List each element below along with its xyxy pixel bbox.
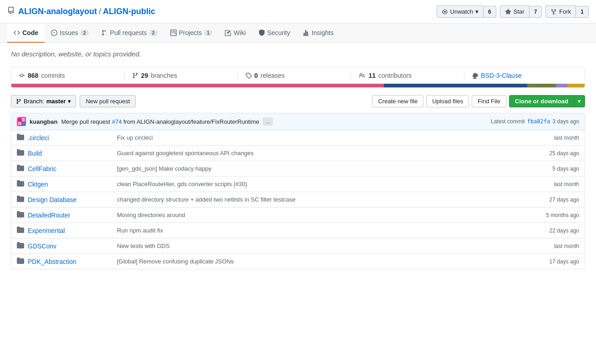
- contributors-label: contributors: [378, 72, 412, 79]
- lang-cpp: [384, 84, 527, 87]
- folder-icon: [17, 180, 24, 188]
- commits-stat[interactable]: 868 commits: [19, 72, 124, 79]
- pr-badge: 2: [149, 30, 158, 36]
- fork-button[interactable]: Fork: [545, 5, 576, 18]
- file-name[interactable]: CellFabric: [28, 165, 110, 172]
- pr-icon: [102, 30, 108, 36]
- file-name[interactable]: Experimental: [28, 227, 110, 234]
- security-icon: [259, 30, 265, 36]
- tab-code-label: Code: [22, 29, 38, 36]
- file-message: New tests with GDS: [110, 243, 534, 249]
- repo-link[interactable]: ALIGN-public: [103, 7, 155, 16]
- branch-icon: [132, 72, 138, 79]
- branch-selector[interactable]: Branch: master ▾: [11, 95, 76, 107]
- commit-author[interactable]: kuangban: [30, 118, 57, 125]
- file-message: clean PlaceRouteHier, gds converter scri…: [110, 181, 534, 187]
- lang-python: [11, 84, 384, 87]
- file-list: .circleci Fix up circleci last month Bui…: [11, 130, 585, 269]
- file-name[interactable]: Build: [28, 150, 110, 157]
- repo-title: ALIGN-analoglayout / ALIGN-public: [7, 7, 155, 16]
- eye-icon: [442, 9, 448, 15]
- org-link[interactable]: ALIGN-analoglayout: [18, 7, 97, 16]
- folder-icon: [17, 226, 24, 235]
- tab-code[interactable]: Code: [7, 24, 45, 43]
- tab-issues[interactable]: Issues 2: [45, 24, 95, 43]
- unwatch-button[interactable]: Unwatch ▾: [437, 5, 484, 18]
- releases-label: releases: [260, 72, 285, 79]
- contributors-stat[interactable]: 11 contributors: [351, 72, 464, 79]
- repo-actions: Unwatch ▾ 6 Star 7 Fork 1: [437, 5, 589, 18]
- new-pull-request-button[interactable]: New pull request: [80, 95, 136, 107]
- star-count[interactable]: 7: [529, 6, 542, 18]
- tab-projects[interactable]: Projects 1: [164, 24, 219, 43]
- commits-icon: [19, 72, 25, 79]
- table-row: GDSConv New tests with GDS last month: [11, 238, 585, 254]
- tab-insights-label: Insights: [311, 29, 333, 36]
- star-button[interactable]: Star: [500, 5, 529, 18]
- fork-count[interactable]: 1: [576, 6, 589, 18]
- table-row: Build Guard against googletest spontaneo…: [11, 146, 585, 161]
- file-name[interactable]: GDSConv: [28, 243, 110, 250]
- star-group: Star 7: [500, 5, 542, 18]
- clone-button[interactable]: Clone or download: [509, 95, 574, 107]
- file-name[interactable]: DetailedRouter: [28, 212, 110, 219]
- commit-pr-link[interactable]: #74: [112, 118, 122, 125]
- projects-badge: 1: [204, 30, 212, 36]
- toolbar: Branch: master ▾ New pull request Create…: [11, 95, 585, 107]
- file-time: last month: [534, 181, 579, 187]
- table-row: CellFabric [gen_gds_json] Make codacy ha…: [11, 161, 585, 177]
- file-name[interactable]: Design Database: [28, 196, 110, 203]
- latest-commit-label: Latest commit: [491, 118, 525, 125]
- nav-tabs: Code Issues 2 Pull requests 2 Projects 1…: [0, 24, 596, 43]
- file-name[interactable]: PDK_Abstraction: [28, 258, 110, 265]
- file-message: Run npm audit fix: [110, 227, 534, 234]
- releases-stat[interactable]: 0 releases: [238, 72, 351, 79]
- find-file-button[interactable]: Find File: [472, 95, 506, 107]
- lang-other: [527, 84, 556, 87]
- projects-icon: [170, 30, 177, 36]
- commit-more-button[interactable]: ...: [263, 117, 273, 126]
- tab-pull-requests[interactable]: Pull requests 2: [95, 24, 164, 43]
- commit-meta: Latest commit fba82fa 3 days ago: [491, 118, 579, 125]
- file-time: last month: [534, 243, 579, 249]
- unwatch-count[interactable]: 6: [483, 6, 496, 18]
- table-row: .circleci Fix up circleci last month: [11, 130, 585, 146]
- tab-security[interactable]: Security: [252, 24, 297, 43]
- branches-stat[interactable]: 29 branches: [124, 72, 238, 79]
- contributors-count: 11: [368, 72, 376, 79]
- license-stat[interactable]: BSD-3-Clause: [464, 72, 577, 79]
- tab-security-label: Security: [267, 29, 290, 36]
- tab-wiki[interactable]: Wiki: [219, 24, 252, 43]
- fork-label: Fork: [559, 8, 571, 15]
- tab-insights[interactable]: Insights: [296, 24, 340, 43]
- file-name[interactable]: Cktgen: [28, 181, 110, 188]
- file-message: Moving directories around: [110, 212, 534, 218]
- commit-row: kuangban Merge pull request #74 from ALI…: [11, 113, 585, 130]
- branch-label: Branch:: [24, 98, 44, 105]
- folder-icon: [17, 211, 24, 219]
- file-time: 27 days ago: [534, 197, 579, 203]
- clone-group: Clone or download ▾: [509, 95, 585, 107]
- issues-badge: 2: [80, 30, 88, 36]
- stats-container: 868 commits 29 branches 0 releases 11 co…: [11, 67, 585, 88]
- toolbar-left: Branch: master ▾ New pull request: [11, 95, 136, 107]
- upload-files-button[interactable]: Upload files: [426, 95, 469, 107]
- branch-name: master: [46, 98, 66, 105]
- clone-caret-button[interactable]: ▾: [574, 95, 585, 107]
- folder-icon: [17, 257, 24, 266]
- main-content: No description, website, or topics provi…: [0, 43, 596, 277]
- file-time: 17 days ago: [534, 258, 579, 265]
- create-new-file-button[interactable]: Create new file: [372, 95, 423, 107]
- stats-bar: 868 commits 29 branches 0 releases 11 co…: [11, 67, 585, 84]
- license-label: BSD-3-Clause: [481, 72, 521, 79]
- folder-icon: [17, 149, 24, 157]
- commit-hash-link[interactable]: fba82fa: [527, 118, 550, 125]
- file-name[interactable]: .circleci: [28, 134, 110, 142]
- branches-count: 29: [141, 72, 148, 79]
- branch-caret-icon: ▾: [68, 98, 71, 105]
- folder-icon: [17, 133, 24, 142]
- unwatch-label: Unwatch: [450, 8, 474, 15]
- file-message: Guard against googletest spontaneous API…: [110, 150, 534, 157]
- file-time: last month: [534, 135, 579, 141]
- file-time: 22 days ago: [534, 228, 579, 234]
